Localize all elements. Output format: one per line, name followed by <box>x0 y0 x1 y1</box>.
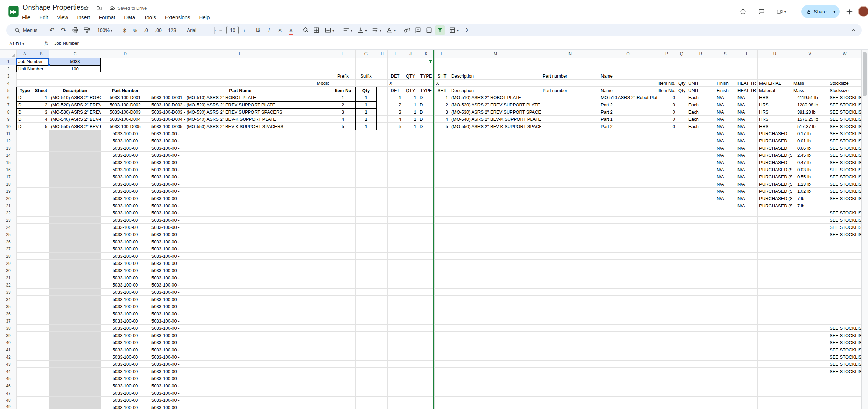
cell-T16[interactable]: N/A <box>736 166 757 173</box>
cell-G10[interactable]: 1 <box>355 123 377 130</box>
cell-U15[interactable]: PURCHASED <box>757 159 792 166</box>
cell-A9[interactable]: D <box>16 116 33 123</box>
row-header-35[interactable]: 35 <box>0 303 16 310</box>
cell-V9[interactable]: 1576.25 lb <box>792 116 828 123</box>
cell-T8[interactable]: N/A <box>736 108 757 116</box>
cell-E38[interactable]: 5033-100-00 - <box>150 325 331 332</box>
cell-U13[interactable]: PURCHASED <box>757 144 792 152</box>
cell-E14[interactable]: 5033-100-00 - <box>150 152 331 159</box>
row-header-19[interactable]: 19 <box>0 188 16 195</box>
cell-S12[interactable]: N/A <box>715 137 736 144</box>
cell-C7[interactable]: (MO-520) ASRS 2" EREV SUPPORT PLATE <box>49 101 101 108</box>
cell-D20[interactable]: 5033-100-00 <box>101 195 150 202</box>
cell-E12[interactable]: 5033-100-00 - <box>150 137 331 144</box>
cell-V17[interactable]: 0.55 lb <box>792 173 828 180</box>
cell-D46[interactable]: 5033-100-00 <box>101 382 150 389</box>
column-header-D[interactable]: D <box>101 50 150 58</box>
cell-C8[interactable]: (MO-530) ASRS 2" EREV SUPPORT SPACERS <box>49 108 101 116</box>
cell-B7[interactable]: 2 <box>33 101 49 108</box>
cell-T6[interactable]: N/A <box>736 94 757 101</box>
cell-T10[interactable]: N/A <box>736 123 757 130</box>
cell-E44[interactable]: 5033-100-00 - <box>150 368 331 375</box>
cell-U9[interactable]: HRS <box>757 116 792 123</box>
cell-F8[interactable]: 3 <box>331 108 355 116</box>
vertical-scrollbar-track[interactable] <box>861 50 868 409</box>
selection-fill-handle[interactable] <box>48 64 50 66</box>
row-header-14[interactable]: 14 <box>0 152 16 159</box>
cell-W39[interactable]: SEE STOCKLIST <box>828 332 861 339</box>
cell-D26[interactable]: 5033-100-00 <box>101 238 150 245</box>
cell-W9[interactable]: SEE STOCKLIST <box>828 116 861 123</box>
cell-B5[interactable]: Sheet <box>33 87 49 94</box>
cell-M5[interactable]: Description <box>450 87 541 94</box>
cell-A6[interactable]: D <box>16 94 33 101</box>
cell-W25[interactable]: SEE STOCKLIST <box>828 231 861 238</box>
row-header-40[interactable]: 40 <box>0 339 16 346</box>
cell-W17[interactable]: SEE STOCKLIST <box>828 173 861 180</box>
column-header-E[interactable]: E <box>150 50 331 58</box>
cell-D12[interactable]: 5033-100-00 <box>101 137 150 144</box>
row-header-23[interactable]: 23 <box>0 217 16 224</box>
cell-W5[interactable]: Stocksize <box>828 87 861 94</box>
cell-V12[interactable]: 0.01 lb <box>792 137 828 144</box>
cell-D35[interactable]: 5033-100-00 <box>101 303 150 310</box>
cell-D9[interactable]: 5033-100-D004 <box>101 116 150 123</box>
column-header-N[interactable]: N <box>541 50 599 58</box>
column-filter-funnel-icon[interactable] <box>428 59 433 65</box>
cell-D6[interactable]: 5033-100-D001 <box>101 94 150 101</box>
row-header-31[interactable]: 31 <box>0 274 16 281</box>
row-header-49[interactable]: 49 <box>0 404 16 409</box>
cell-B6[interactable]: 1 <box>33 94 49 101</box>
cell-C2[interactable]: 100 <box>49 65 101 72</box>
cell-V4[interactable]: Mass <box>792 80 828 87</box>
cell-G3[interactable]: Suffix <box>355 72 377 80</box>
cell-M7[interactable]: (MO-520) ASRS 2" EREV SUPPORT PLATE <box>450 101 541 108</box>
cell-V7[interactable]: 1280.98 lb <box>792 101 828 108</box>
cell-E11[interactable]: 5033-100-00 - <box>150 130 331 137</box>
row-header-48[interactable]: 48 <box>0 397 16 404</box>
cell-W43[interactable]: SEE STOCKLIST <box>828 361 861 368</box>
column-header-V[interactable]: V <box>792 50 828 58</box>
cell-P10[interactable]: 0 <box>657 123 677 130</box>
cell-E24[interactable]: 5033-100-00 - <box>150 224 331 231</box>
cell-E45[interactable]: 5033-100-00 - <box>150 375 331 382</box>
row-header-42[interactable]: 42 <box>0 353 16 361</box>
cell-E18[interactable]: 5033-100-00 - <box>150 180 331 188</box>
cell-D21[interactable]: 5033-100-00 <box>101 202 150 209</box>
cell-W6[interactable]: SEE STOCKLIST <box>828 94 861 101</box>
cell-U7[interactable]: HRS <box>757 101 792 108</box>
column-header-G[interactable]: G <box>355 50 377 58</box>
row-header-30[interactable]: 30 <box>0 267 16 274</box>
cell-D48[interactable]: 5033-100-00 <box>101 397 150 404</box>
cell-R8[interactable]: Each <box>687 108 715 116</box>
cell-E22[interactable]: 5033-100-00 - <box>150 209 331 217</box>
cell-D33[interactable]: 5033-100-00 <box>101 289 150 296</box>
cell-D23[interactable]: 5033-100-00 <box>101 217 150 224</box>
cell-V6[interactable]: 4119.51 lb <box>792 94 828 101</box>
cell-T21[interactable]: N/A <box>736 202 757 209</box>
cell-K7[interactable]: D <box>418 101 434 108</box>
cell-D29[interactable]: 5033-100-00 <box>101 260 150 267</box>
cell-O6[interactable]: MO-510 ASRS 2" Robot Plate (79"x93 <box>599 94 657 101</box>
column-header-Q[interactable]: Q <box>677 50 687 58</box>
cell-E43[interactable]: 5033-100-00 - <box>150 361 331 368</box>
cell-E35[interactable]: 5033-100-00 - <box>150 303 331 310</box>
cell-K3[interactable]: TYPE <box>418 72 434 80</box>
cell-E49[interactable]: 5033-100-00 - <box>150 404 331 409</box>
cell-K8[interactable]: D <box>418 108 434 116</box>
cell-E46[interactable]: 5033-100-00 - <box>150 382 331 389</box>
cell-R4[interactable]: UNIT <box>687 80 715 87</box>
cell-M10[interactable]: (MO-550) ASRS 2" BEV-K SUPPORT SPACERS <box>450 123 541 130</box>
row-header-38[interactable]: 38 <box>0 325 16 332</box>
cell-V16[interactable]: 0.03 lb <box>792 166 828 173</box>
cell-I10[interactable]: 5 <box>387 123 403 130</box>
cell-I7[interactable]: 2 <box>387 101 403 108</box>
cell-J8[interactable]: 1 <box>403 108 418 116</box>
cell-D18[interactable]: 5033-100-00 <box>101 180 150 188</box>
cell-P5[interactable]: Item No. <box>657 87 677 94</box>
cell-E6[interactable]: 5033-100-D001 - (MO-510) ASRS 2" ROBOT P… <box>150 94 331 101</box>
row-header-2[interactable]: 2 <box>0 65 16 72</box>
row-header-6[interactable]: 6 <box>0 94 16 101</box>
cell-V21[interactable]: 7 lb <box>792 202 828 209</box>
column-header-M[interactable]: M <box>450 50 541 58</box>
